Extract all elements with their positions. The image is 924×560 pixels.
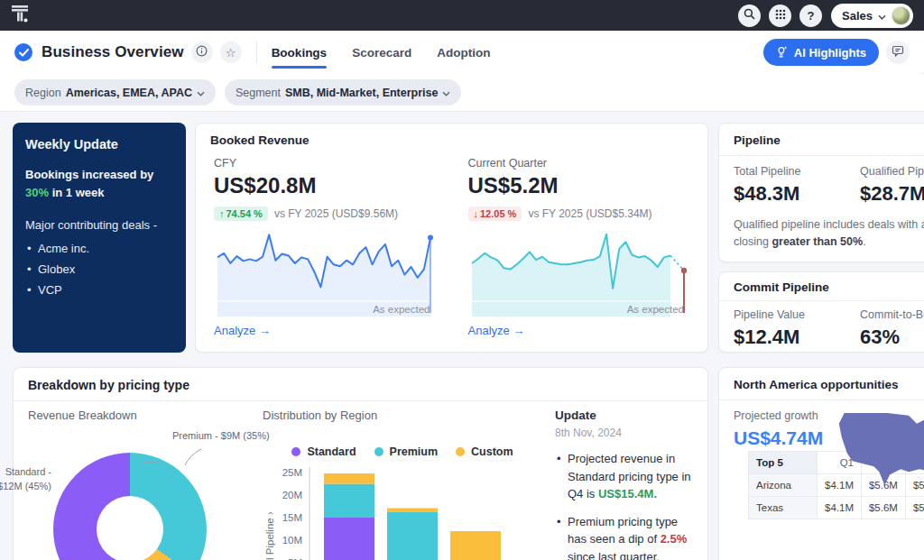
favorite-button[interactable]: ☆	[220, 41, 242, 63]
total-pipeline-stat: Total Pipeline $48.3M	[734, 165, 860, 206]
tab-bookings[interactable]: Bookings	[272, 31, 328, 74]
ai-highlights-button[interactable]: AI Highlights	[763, 39, 879, 66]
pipeline-note: Qualified pipeline includes deals with a…	[719, 206, 924, 262]
update-title: Update	[555, 409, 693, 422]
weekly-update-title: Weekly Update	[25, 137, 173, 151]
region-filter-value: Americas, EMEA, APAC	[66, 87, 192, 99]
search-button[interactable]	[738, 5, 761, 27]
deal-item: Acme inc.	[25, 239, 173, 260]
legend-item[interactable]: Premium	[374, 445, 439, 458]
question-mark-icon: ?	[808, 9, 815, 23]
pipeline-card: Pipeline Total Pipeline $48.3M Qualified…	[718, 123, 924, 262]
current-quarter-metric: Current Quarter US$5.2M ↓12.05 % vs FY 2…	[452, 155, 707, 338]
page-title: Business Overview	[42, 43, 184, 61]
page-header: Business Overview ☆ Bookings Scorecard A…	[0, 31, 924, 74]
svg-text:25M: 25M	[282, 467, 302, 478]
analyze-link[interactable]: Analyze →	[214, 324, 271, 337]
booked-revenue-title: Booked Revenue	[196, 124, 707, 155]
verified-badge-icon	[14, 43, 32, 61]
delta-badge: ↑74.54 %	[214, 207, 268, 221]
metric-label: Current Quarter	[468, 157, 690, 170]
info-button[interactable]	[191, 41, 213, 63]
table-cell: Arizona	[749, 474, 818, 497]
delta-badge: ↓12.05 %	[468, 207, 522, 221]
bar-chart-title: Distribution by Region	[263, 409, 542, 422]
tab-adoption[interactable]: Adoption	[437, 31, 490, 74]
donut-callout-standard: Standard - $12M (45%)	[0, 465, 51, 494]
commit-to-book-stat: Commit-to-Book % 63%	[860, 308, 924, 349]
usa-map[interactable]	[817, 402, 924, 496]
table-cell: Texas	[749, 497, 818, 519]
arrow-up-icon: ↑	[219, 208, 225, 219]
pipeline-value-stat: Pipeline Value $12.4M	[734, 308, 860, 349]
pipeline-title: Pipeline	[719, 124, 924, 155]
svg-text:Total Pipeline ›: Total Pipeline ›	[264, 511, 275, 560]
cfy-trend-chart[interactable]: As expected	[214, 228, 436, 317]
workspace-dropdown[interactable]: Sales	[831, 4, 913, 28]
workspace-label: Sales	[842, 9, 873, 23]
revenue-breakdown-donut-chart[interactable]	[53, 453, 207, 560]
segment-filter[interactable]: Segment SMB, Mid-Market, Enterprise	[225, 79, 462, 106]
update-bullet-list: Projected revenue in Standard pricing ty…	[555, 450, 693, 560]
update-bullet: Premium pricing type has seen a dip of 2…	[555, 513, 693, 560]
breakdown-card: Breakdown by pricing type Revenue Breakd…	[13, 367, 708, 560]
quarter-trend-chart[interactable]: As expected	[468, 228, 690, 317]
divider	[256, 41, 257, 63]
arrow-down-icon: ↓	[474, 208, 479, 219]
legend-dot-icon	[291, 447, 300, 456]
weekly-update-message: Bookings increased by 30% in 1 week	[25, 166, 173, 202]
metric-label: CFY	[214, 157, 436, 170]
north-america-card: North America opportunities Projected gr…	[718, 367, 924, 560]
table-cell: $4.1M	[818, 497, 862, 519]
svg-text:20M: 20M	[282, 490, 302, 500]
chevron-down-icon	[442, 87, 450, 99]
legend-item[interactable]: Custom	[456, 445, 513, 458]
feedback-button[interactable]	[886, 41, 910, 64]
region-filter-label: Region	[25, 87, 61, 99]
chevron-down-icon	[878, 7, 886, 23]
deals-list: Acme inc.GlobexVCP	[25, 239, 173, 300]
apps-grid-icon	[775, 7, 786, 23]
tab-scorecard[interactable]: Scorecard	[352, 31, 411, 74]
comparison-text: vs FY 2025 (USD$9.56M)	[274, 207, 398, 220]
booked-revenue-card: Booked Revenue CFY US$20.8M ↑74.54 % vs …	[195, 123, 708, 353]
legend-dot-icon	[456, 447, 465, 456]
ai-highlights-label: AI Highlights	[794, 46, 866, 60]
top-navbar: ? Sales	[0, 0, 924, 31]
breakdown-title: Breakdown by pricing type	[14, 368, 707, 400]
north-america-title: North America opportunities	[719, 368, 924, 399]
dashboard-app: ? Sales Business Overview ☆ Booki	[0, 0, 924, 560]
analyze-link[interactable]: Analyze →	[468, 324, 525, 337]
legend-item[interactable]: Standard	[291, 445, 356, 458]
commit-pipeline-title: Commit Pipeline	[719, 272, 924, 300]
update-date: 8th Nov, 2024	[555, 427, 693, 439]
apps-button[interactable]	[769, 5, 791, 27]
bar-chart-legend: StandardPremiumCustom	[263, 445, 542, 458]
star-icon: ☆	[226, 46, 236, 60]
donut-callout-premium: Premium - $9M (35%)	[172, 429, 270, 444]
svg-text:10M: 10M	[282, 535, 302, 546]
distribution-by-region-section: Distribution by Region StandardPremiumCu…	[263, 409, 542, 560]
comparison-text: vs FY 2025 (USD$5.34M)	[528, 207, 651, 220]
kpi-status-text: As expected	[373, 304, 430, 315]
revenue-breakdown-section: Revenue Breakdown Standard - $12M (45%) …	[28, 409, 263, 560]
region-distribution-bar-chart[interactable]: 25M20M15M10M5MTotal Pipeline ›	[263, 460, 533, 560]
comment-icon	[892, 45, 904, 60]
usa-silhouette	[839, 413, 924, 488]
svg-text:15M: 15M	[282, 512, 302, 523]
info-icon	[196, 45, 208, 60]
region-filter[interactable]: Region Americas, EMEA, APAC	[14, 79, 216, 106]
table-row: Texas$4.1M$5.6M$5.6M	[749, 497, 924, 519]
table-cell: $5.6M	[861, 497, 905, 519]
kpi-status-text: As expected	[627, 304, 684, 315]
weekly-highlight: 30%	[25, 186, 49, 199]
user-avatar[interactable]	[892, 6, 910, 25]
tab-bar: Bookings Scorecard Adoption	[272, 31, 491, 74]
weekly-update-card: Weekly Update Bookings increased by 30% …	[13, 123, 186, 353]
update-bullet: Projected revenue in Standard pricing ty…	[555, 450, 693, 503]
help-button[interactable]: ?	[799, 5, 822, 27]
brand-logo-icon[interactable]	[11, 3, 31, 28]
deal-item: Globex	[25, 260, 173, 280]
deal-item: VCP	[25, 280, 173, 301]
update-section: Update 8th Nov, 2024 Projected revenue i…	[542, 409, 693, 560]
